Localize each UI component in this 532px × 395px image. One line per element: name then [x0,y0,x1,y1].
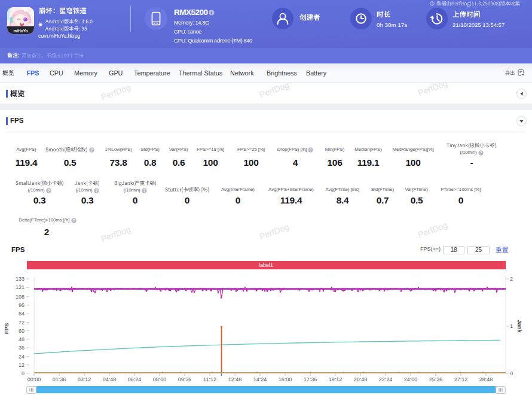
svg-text:00:00: 00:00 [27,376,41,382]
svg-text:24: 24 [19,354,25,360]
svg-text:04:48: 04:48 [103,376,117,382]
svg-text:27:12: 27:12 [454,376,468,382]
svg-text:0: 0 [22,370,25,376]
svg-text:36: 36 [19,345,25,351]
svg-text:20:48: 20:48 [354,376,368,382]
svg-text:14:24: 14:24 [253,376,267,382]
svg-text:25:36: 25:36 [429,376,443,382]
svg-text:108: 108 [16,294,25,300]
svg-text:12:48: 12:48 [228,376,242,382]
svg-text:09:36: 09:36 [178,376,192,382]
svg-text:12: 12 [19,362,25,368]
svg-text:17:36: 17:36 [304,376,317,382]
svg-text:28:48: 28:48 [479,376,493,382]
svg-text:03:12: 03:12 [78,376,91,382]
svg-text:96: 96 [19,302,25,308]
svg-text:133: 133 [16,276,25,282]
svg-text:01:36: 01:36 [53,376,66,382]
svg-text:06:24: 06:24 [128,376,142,382]
svg-text:84: 84 [19,311,25,317]
svg-text:2: 2 [510,276,513,282]
svg-text:11:12: 11:12 [203,376,216,382]
svg-text:16:00: 16:00 [279,376,292,382]
svg-text:121: 121 [16,284,25,290]
svg-text:FPS: FPS [3,323,10,334]
svg-text:24:00: 24:00 [404,376,418,382]
svg-text:label1: label1 [259,262,273,268]
svg-text:22:24: 22:24 [379,376,393,382]
svg-text:08:00: 08:00 [153,376,167,382]
svg-text:48: 48 [19,336,25,342]
svg-text:19:12: 19:12 [329,376,343,382]
svg-text:0: 0 [510,370,513,376]
svg-text:miHoYo: miHoYo [13,29,27,33]
svg-text:60: 60 [19,328,25,334]
svg-text:Jank: Jank [516,320,523,333]
svg-text:1: 1 [510,323,513,329]
svg-text:72: 72 [19,320,25,326]
